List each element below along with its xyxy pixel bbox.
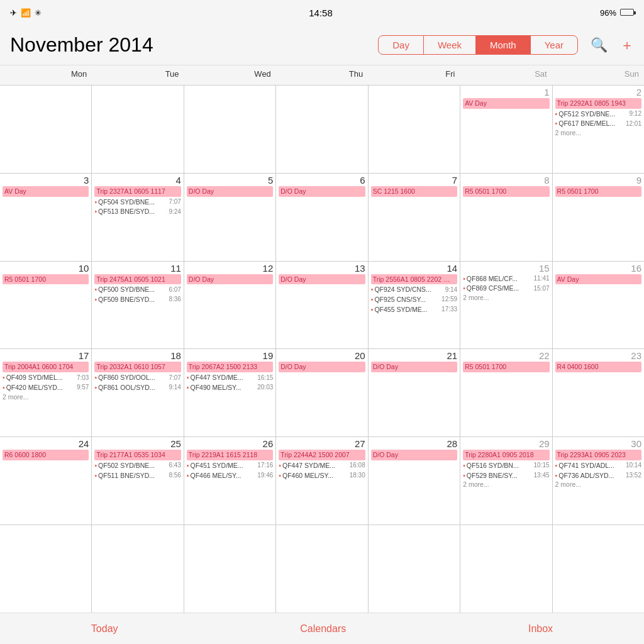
calendar-cell-0-0[interactable]	[0, 86, 91, 173]
calendar-cell-4-0[interactable]: 24R6 0600 1800	[0, 437, 91, 525]
search-icon[interactable]: 🔍	[591, 37, 608, 53]
calendar-cell-3-2[interactable]: 19Trip 2067A2 1500 2133QF447 SYD/ME...16…	[184, 349, 275, 436]
calendar-cell-4-4[interactable]: 28D/O Day	[369, 437, 460, 525]
event-item[interactable]: QF502 SYD/BNE...6:43	[94, 461, 180, 470]
event-item[interactable]: QF512 SYD/BNE...9:12	[555, 109, 641, 119]
event-banner[interactable]: Trip 2327A1 0605 1117	[94, 186, 180, 197]
calendar-cell-5-2[interactable]	[184, 525, 275, 613]
calendar-cell-3-6[interactable]: 23R4 0400 1600	[553, 349, 644, 436]
calendar-cell-3-5[interactable]: 22R5 0501 1700	[460, 349, 552, 436]
event-item[interactable]: QF516 SYD/BN...10:15	[463, 461, 549, 470]
event-banner[interactable]: AV Day	[463, 98, 549, 109]
calendar-cell-1-2[interactable]: 5D/O Day	[184, 174, 275, 261]
calendar-cell-1-5[interactable]: 8R5 0501 1700	[460, 174, 552, 261]
event-banner[interactable]: AV Day	[3, 186, 89, 197]
event-banner[interactable]: Trip 2475A1 0505 1021	[94, 274, 180, 285]
event-banner[interactable]: Trip 2244A2 1500 2007	[279, 450, 365, 460]
event-banner[interactable]: Trip 2292A1 0805 1943	[555, 98, 641, 109]
view-week-button[interactable]: Week	[424, 36, 476, 54]
calendar-cell-4-6[interactable]: 30Trip 2293A1 0905 2023QF741 SYD/ADL...1…	[553, 437, 644, 525]
event-item[interactable]: QF500 SYD/BNE...6:07	[94, 285, 180, 294]
event-banner[interactable]: R4 0400 1600	[555, 362, 641, 372]
inbox-tab[interactable]: Inbox	[503, 618, 578, 640]
event-item[interactable]: QF513 BNE/SYD...9:24	[94, 207, 180, 216]
event-banner[interactable]: D/O Day	[187, 186, 273, 197]
calendar-cell-2-3[interactable]: 13D/O Day	[276, 262, 367, 349]
calendar-cell-4-5[interactable]: 29Trip 2280A1 0905 2018QF516 SYD/BN...10…	[460, 437, 552, 525]
event-banner[interactable]: D/O Day	[371, 362, 457, 372]
calendar-cell-4-3[interactable]: 27Trip 2244A2 1500 2007QF447 SYD/ME...16…	[276, 437, 367, 525]
calendar-cell-4-1[interactable]: 25Trip 2177A1 0535 1034QF502 SYD/BNE...6…	[92, 437, 183, 525]
event-item[interactable]: QF741 SYD/ADL...10:14	[555, 461, 641, 470]
more-events[interactable]: 2 more...	[3, 393, 89, 401]
calendar-cell-2-1[interactable]: 11Trip 2475A1 0505 1021QF500 SYD/BNE...6…	[92, 262, 183, 349]
calendar-cell-0-3[interactable]	[276, 86, 367, 173]
event-banner[interactable]: SC 1215 1600	[371, 186, 457, 197]
event-banner[interactable]: Trip 2177A1 0535 1034	[94, 450, 180, 460]
event-banner[interactable]: R5 0501 1700	[463, 186, 549, 197]
event-item[interactable]: QF617 BNE/MEL...12:01	[555, 119, 641, 128]
event-banner[interactable]: AV Day	[555, 274, 641, 285]
event-banner[interactable]: Trip 2293A1 0905 2023	[555, 450, 641, 460]
calendar-cell-5-0[interactable]	[0, 525, 91, 613]
view-month-button[interactable]: Month	[476, 36, 531, 54]
calendar-cell-5-3[interactable]	[276, 525, 367, 613]
calendar-cell-2-5[interactable]: 15QF868 MEL/CF...11:41QF869 CFS/ME...15:…	[460, 262, 552, 349]
event-item[interactable]: QF490 MEL/SY...20:03	[187, 383, 273, 392]
calendar-cell-5-6[interactable]	[553, 525, 644, 613]
event-item[interactable]: QF511 BNE/SYD...8:56	[94, 471, 180, 480]
calendar-cell-4-2[interactable]: 26Trip 2219A1 1615 2118QF451 SYD/ME...17…	[184, 437, 275, 525]
calendar-cell-0-1[interactable]	[92, 86, 183, 173]
event-banner[interactable]: R6 0600 1800	[3, 450, 89, 460]
event-banner[interactable]: R5 0501 1700	[463, 362, 549, 372]
more-events[interactable]: 2 more...	[555, 129, 641, 136]
calendar-cell-2-0[interactable]: 10R5 0501 1700	[0, 262, 91, 349]
calendar-cell-5-5[interactable]	[460, 525, 552, 613]
event-item[interactable]: QF868 MEL/CF...11:41	[463, 274, 549, 284]
event-item[interactable]: QF455 SYD/ME...17:33	[371, 305, 457, 314]
event-item[interactable]: QF509 BNE/SYD...8:36	[94, 295, 180, 304]
event-banner[interactable]: D/O Day	[279, 186, 365, 197]
event-item[interactable]: QF420 MEL/SYD...9:57	[3, 383, 89, 392]
event-item[interactable]: QF460 MEL/SY...18:30	[279, 471, 365, 480]
add-event-icon[interactable]: ＋	[620, 36, 634, 55]
event-banner[interactable]: Trip 2067A2 1500 2133	[187, 362, 273, 372]
event-item[interactable]: QF451 SYD/ME...17:16	[187, 461, 273, 470]
event-banner[interactable]: D/O Day	[371, 450, 457, 460]
calendar-cell-0-5[interactable]: 1AV Day	[460, 86, 552, 173]
calendar-cell-1-0[interactable]: 3AV Day	[0, 174, 91, 261]
event-item[interactable]: QF861 OOL/SYD...9:14	[94, 383, 180, 392]
event-banner[interactable]: Trip 2004A1 0600 1704	[3, 362, 89, 372]
calendars-tab[interactable]: Calendars	[275, 618, 371, 640]
view-year-button[interactable]: Year	[531, 36, 577, 54]
event-item[interactable]: QF447 SYD/ME...16:15	[187, 373, 273, 382]
event-item[interactable]: QF925 CNS/SY...12:59	[371, 295, 457, 304]
event-item[interactable]: QF924 SYD/CNS...9:14	[371, 285, 457, 294]
more-events[interactable]: 2 more...	[463, 480, 549, 488]
event-banner[interactable]: Trip 2219A1 1615 2118	[187, 450, 273, 460]
more-events[interactable]: 2 more...	[555, 480, 641, 488]
view-day-button[interactable]: Day	[379, 36, 424, 54]
event-item[interactable]: QF736 ADL/SYD...13:52	[555, 471, 641, 480]
calendar-cell-5-4[interactable]	[369, 525, 460, 613]
event-banner[interactable]: R5 0501 1700	[555, 186, 641, 197]
calendar-cell-3-1[interactable]: 18Trip 2032A1 0610 1057QF860 SYD/OOL...7…	[92, 349, 183, 436]
event-item[interactable]: QF447 SYD/ME...16:08	[279, 461, 365, 470]
calendar-cell-0-2[interactable]	[184, 86, 275, 173]
calendar-cell-3-0[interactable]: 17Trip 2004A1 0600 1704QF409 SYD/MEL...7…	[0, 349, 91, 436]
calendar-cell-2-2[interactable]: 12D/O Day	[184, 262, 275, 349]
calendar-cell-0-6[interactable]: 2Trip 2292A1 0805 1943QF512 SYD/BNE...9:…	[553, 86, 644, 173]
event-banner[interactable]: Trip 2032A1 0610 1057	[94, 362, 180, 372]
event-item[interactable]: QF860 SYD/OOL...7:07	[94, 373, 180, 382]
more-events[interactable]: 2 more...	[463, 294, 549, 301]
calendar-cell-1-4[interactable]: 7SC 1215 1600	[369, 174, 460, 261]
today-tab[interactable]: Today	[66, 618, 143, 640]
event-banner[interactable]: Trip 2556A1 0805 2202 MEL	[371, 274, 457, 285]
event-item[interactable]: QF869 CFS/ME...15:07	[463, 284, 549, 293]
event-banner[interactable]: Trip 2280A1 0905 2018	[463, 450, 549, 460]
event-banner[interactable]: R5 0501 1700	[3, 274, 89, 285]
calendar-cell-3-3[interactable]: 20D/O Day	[276, 349, 367, 436]
event-banner[interactable]: D/O Day	[279, 362, 365, 372]
calendar-cell-3-4[interactable]: 21D/O Day	[369, 349, 460, 436]
calendar-cell-5-1[interactable]	[92, 525, 183, 613]
